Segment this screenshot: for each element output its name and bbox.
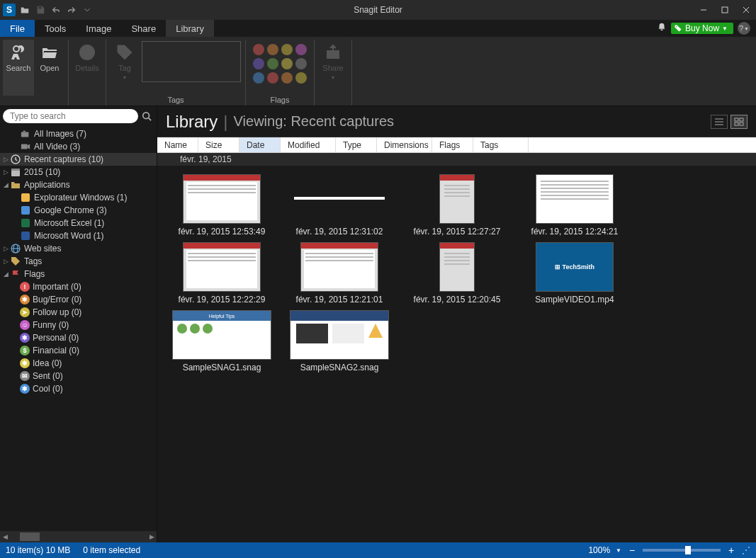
tree-item[interactable]: ▷2015 (10) [0, 166, 157, 178]
tree-item[interactable]: ◢Applications [0, 178, 157, 191]
tags-area[interactable] [142, 41, 241, 82]
close-button[interactable] [736, 2, 756, 18]
tree-item[interactable]: ✱Bug/Error (0) [0, 293, 157, 306]
search-box[interactable] [3, 109, 138, 123]
tree-item[interactable]: ▷Tags [0, 255, 157, 268]
tree-item[interactable]: ✱Cool (0) [0, 382, 157, 395]
tree-item[interactable]: Microsoft Word (1) [0, 229, 157, 242]
thumbnail-item[interactable]: févr. 19, 2015 12:24:21 [516, 171, 633, 239]
tree-item[interactable]: ◢Flags [0, 268, 157, 280]
ribbon: Search Open Details Tag▼ Tags [0, 37, 756, 106]
thumbnail-item[interactable]: févr. 19, 2015 12:22:29 [163, 239, 281, 307]
view-list-button[interactable] [711, 115, 728, 129]
tree-item[interactable]: ✱Personal (0) [0, 331, 157, 344]
tree-item[interactable]: ✉Sent (0) [0, 370, 157, 382]
ribbon-tag-button[interactable]: Tag▼ [109, 40, 140, 96]
ribbon-details-button[interactable]: Details [72, 40, 103, 96]
tree-item[interactable]: ➤Follow up (0) [0, 306, 157, 319]
svg-rect-20 [21, 219, 30, 227]
flag-option[interactable] [295, 72, 307, 84]
ribbon-open-button[interactable]: Open [34, 40, 65, 96]
ribbon-share-button[interactable]: Share▼ [317, 40, 349, 96]
tree-item[interactable]: Google Chrome (3) [0, 204, 157, 217]
flag-bullet-icon: ✉ [20, 371, 30, 381]
menu-tools[interactable]: Tools [35, 20, 76, 37]
tree-item[interactable]: ☺Funny (0) [0, 319, 157, 331]
help-button[interactable]: ?▼ [738, 22, 750, 35]
col-dimensions[interactable]: Dimensions [377, 137, 432, 152]
maximize-button[interactable] [715, 2, 735, 18]
undo-icon[interactable] [50, 4, 62, 16]
flags-grid[interactable] [249, 40, 311, 96]
flag-option[interactable] [281, 44, 293, 55]
buy-now-button[interactable]: Buy Now ▼ [671, 23, 733, 34]
tree-item[interactable]: Microsoft Excel (1) [0, 217, 157, 229]
view-thumb-button[interactable] [730, 115, 747, 129]
col-tags[interactable]: Tags [473, 137, 529, 152]
redo-icon[interactable] [65, 4, 78, 16]
flag-option[interactable] [253, 72, 264, 84]
menu-library[interactable]: Library [166, 20, 214, 37]
zoom-in-button[interactable]: + [726, 545, 736, 556]
tree-item[interactable]: !Important (0) [0, 280, 157, 293]
flag-option[interactable] [267, 72, 278, 84]
bell-icon[interactable] [657, 22, 667, 35]
col-type[interactable]: Type [336, 137, 377, 152]
col-flags[interactable]: Flags [432, 137, 473, 152]
flag-option[interactable] [281, 72, 293, 84]
thumbnail-caption: févr. 19, 2015 12:20:45 [414, 295, 501, 304]
flag-bullet-icon: ✱ [20, 358, 30, 368]
menu-image[interactable]: Image [76, 20, 121, 37]
zoom-slider[interactable] [643, 549, 721, 552]
svg-rect-13 [23, 131, 26, 132]
buy-now-label: Buy Now [685, 23, 719, 33]
resize-grip[interactable]: ⋰ [742, 545, 750, 555]
tree-item[interactable]: ▷Recent captures (10) [0, 153, 157, 166]
col-size[interactable]: Size [198, 137, 239, 152]
minimize-button[interactable] [694, 2, 713, 18]
thumbnail-item[interactable]: SampleSNAG2.snag [281, 307, 398, 375]
menu-share[interactable]: Share [121, 20, 166, 37]
qat-dropdown-icon[interactable] [81, 4, 94, 16]
tree-item[interactable]: $Financial (0) [0, 344, 157, 357]
svg-rect-30 [735, 123, 738, 125]
col-name[interactable]: Name [157, 137, 198, 152]
tree-item[interactable]: All Images (7) [0, 127, 157, 140]
menu-file[interactable]: File [0, 20, 35, 37]
tree-item[interactable]: All Video (3) [0, 140, 157, 153]
flag-option[interactable] [295, 58, 307, 69]
flag-option[interactable] [253, 58, 264, 69]
thumbnail-item[interactable]: févr. 19, 2015 12:20:45 [398, 239, 516, 307]
sidebar-scrollbar[interactable]: ◀▶ [0, 531, 157, 542]
zoom-out-button[interactable]: − [627, 545, 637, 556]
col-date[interactable]: Date [239, 137, 281, 152]
ribbon-search-button[interactable]: Search [3, 40, 34, 96]
status-selected: 0 item selected [83, 545, 140, 555]
thumbnail-caption: févr. 19, 2015 12:31:02 [296, 227, 383, 237]
flag-option[interactable] [253, 44, 264, 55]
tree-item[interactable]: ▷Web sites [0, 242, 157, 255]
tag-icon [10, 256, 21, 266]
save-icon[interactable] [34, 4, 47, 16]
flag-option[interactable] [267, 58, 278, 69]
flag-option[interactable] [295, 44, 307, 55]
tree-item[interactable]: ✱Idea (0) [0, 357, 157, 370]
thumbnail-image: Helpful Tips [172, 310, 271, 360]
flag-icon [10, 269, 21, 279]
flag-option[interactable] [267, 44, 278, 55]
search-input[interactable] [10, 111, 131, 121]
thumbnail-caption: SampleSNAG2.snag [300, 363, 379, 372]
thumbnail-item[interactable]: ⊞ TechSmithSampleVIDEO1.mp4 [516, 239, 633, 307]
thumbnail-item[interactable]: févr. 19, 2015 12:27:27 [398, 171, 516, 239]
search-icon[interactable] [140, 109, 154, 123]
tree-item[interactable]: Explorateur Windows (1) [0, 191, 157, 204]
thumbnail-image [439, 174, 475, 224]
open-icon[interactable] [18, 4, 31, 16]
col-modified[interactable]: Modified [281, 137, 336, 152]
thumbnail-item[interactable]: févr. 19, 2015 12:31:02 [281, 171, 398, 239]
thumbnail-item[interactable]: Helpful TipsSampleSNAG1.snag [163, 307, 281, 375]
date-group-header[interactable]: févr. 19, 2015 [157, 153, 756, 166]
thumbnail-item[interactable]: févr. 19, 2015 12:53:49 [163, 171, 281, 239]
thumbnail-item[interactable]: févr. 19, 2015 12:21:01 [281, 239, 398, 307]
flag-option[interactable] [281, 58, 293, 69]
